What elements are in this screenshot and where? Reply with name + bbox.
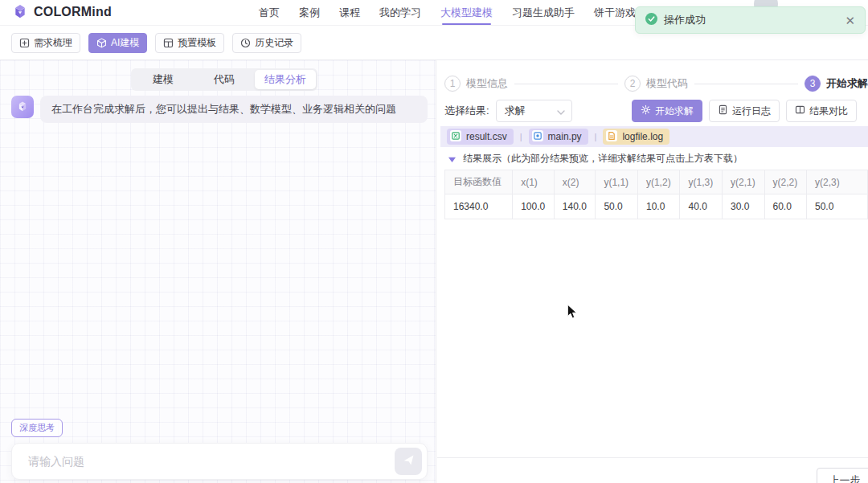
question-input[interactable]: [28, 455, 395, 468]
file-chip-label: main.py: [548, 131, 582, 142]
question-input-bar: [11, 443, 428, 480]
result-note: 结果展示（此为部分结果预览，详细求解结果可点击上方表下载）: [463, 152, 743, 166]
result-note-row: 结果展示（此为部分结果预览，详细求解结果可点击上方表下载）: [448, 151, 743, 166]
table-header-cell: y(2,3): [807, 170, 868, 194]
nav-item-my-learning[interactable]: 我的学习: [379, 0, 421, 26]
step-model-code: 2模型代码: [624, 76, 688, 92]
brand-name: COLORMind: [34, 5, 112, 19]
table-cell: 100.0: [513, 194, 555, 219]
brand-logo[interactable]: COLORMind: [11, 3, 112, 21]
toast-message: 操作成功: [664, 13, 838, 27]
workspace-panel: 1模型信息2模型代码3开始求解 选择结果: 求解 开始求解运行日志结果对比 re…: [437, 60, 868, 483]
start-solve-button[interactable]: 开始求解: [632, 100, 702, 122]
chat-tabs: 建模代码结果分析: [131, 68, 317, 91]
result-table: 目标函数值x(1)x(2)y(1,1)y(1,2)y(1,3)y(2,1)y(2…: [444, 170, 868, 219]
log-icon: [718, 104, 728, 117]
csv-file-icon: [450, 130, 461, 144]
toolbar-button-label: 需求梳理: [34, 36, 72, 50]
py-file-icon: [532, 130, 543, 144]
table-header-cell: x(2): [554, 170, 596, 194]
nav-item-cookie-game[interactable]: 饼干游戏: [594, 0, 636, 26]
result-table-wrap: 目标函数值x(1)x(2)y(1,1)y(1,2)y(1,3)y(2,1)y(2…: [444, 170, 868, 219]
toolbar-button-label: 历史记录: [255, 36, 293, 50]
table-header-cell: y(2,2): [764, 170, 807, 194]
file-chip-logfile-log[interactable]: logfile.log: [603, 129, 669, 145]
compare-icon: [795, 104, 805, 117]
tab-code[interactable]: 代码: [194, 70, 255, 89]
result-select-label: 选择结果:: [444, 104, 489, 118]
nav-item-home[interactable]: 首页: [259, 0, 280, 26]
toolbar-button-requirement-sorting[interactable]: 需求梳理: [11, 33, 80, 53]
prev-step-button[interactable]: 上一步: [817, 468, 868, 483]
action-button-label: 结果对比: [809, 104, 848, 118]
result-select-value: 求解: [505, 104, 557, 118]
table-header-row: 目标函数值x(1)x(2)y(1,1)y(1,2)y(1,3)y(2,1)y(2…: [445, 170, 868, 194]
step-number: 1: [444, 76, 461, 92]
step-model-info: 1模型信息: [444, 76, 508, 92]
colormind-logo-icon: [11, 3, 29, 21]
tab-modeling[interactable]: 建模: [133, 70, 194, 89]
assistant-message: 在工作台完成求解后，您可以提出与结果、数学模型、业务逻辑相关的问题: [40, 96, 428, 123]
cube-icon: [96, 38, 107, 48]
file-chip-result-csv[interactable]: result.csv: [447, 129, 514, 145]
table-cell: 40.0: [680, 194, 723, 219]
workspace-footer: 上一步: [437, 457, 868, 458]
chip-separator: |: [520, 132, 522, 141]
toolbar-button-label: 预置模板: [178, 36, 216, 50]
deep-think-toggle[interactable]: 深度思考: [11, 419, 63, 437]
template-icon: [163, 38, 174, 48]
caret-down-icon[interactable]: [448, 151, 456, 166]
action-button-label: 开始求解: [655, 104, 694, 118]
table-cell: 30.0: [722, 194, 764, 219]
table-cell: 60.0: [764, 194, 807, 219]
toolbar-button-history[interactable]: 历史记录: [232, 33, 301, 53]
tab-result-analysis[interactable]: 结果分析: [255, 70, 316, 89]
table-cell: 50.0: [807, 194, 868, 219]
table-cell: 10.0: [637, 194, 680, 219]
nav-item-cases[interactable]: 案例: [299, 0, 320, 26]
action-button-label: 运行日志: [732, 104, 771, 118]
toolbar-button-ai-modeling[interactable]: AI建模: [88, 33, 147, 53]
result-select[interactable]: 求解: [496, 100, 572, 122]
run-log-button[interactable]: 运行日志: [709, 100, 780, 122]
clock-icon: [240, 38, 251, 48]
step-label: 模型信息: [466, 76, 508, 91]
table-cell: 50.0: [596, 194, 638, 219]
send-icon: [403, 454, 415, 469]
step-start-solving: 3开始求解: [805, 76, 868, 92]
solver-icon: [641, 104, 651, 117]
nav-menu: 首页案例课程我的学习大模型建模习题生成助手饼干游戏: [259, 0, 636, 26]
send-button[interactable]: [395, 448, 422, 475]
file-chip-label: logfile.log: [622, 131, 663, 142]
assistant-avatar: [11, 96, 34, 118]
log-file-icon: [606, 130, 617, 144]
mode-toolbar-buttons: 需求梳理AI建模预置模板历史记录: [11, 33, 301, 53]
step-label: 模型代码: [646, 76, 688, 91]
chevron-down-icon: [557, 104, 565, 118]
solve-controls: 选择结果: 求解 开始求解运行日志结果对比: [444, 100, 857, 122]
file-chip-label: result.csv: [466, 131, 507, 142]
result-compare-button[interactable]: 结果对比: [786, 100, 857, 122]
action-buttons: 开始求解运行日志结果对比: [632, 100, 857, 122]
step-number: 3: [805, 76, 821, 92]
nav-item-exercise-assistant[interactable]: 习题生成助手: [512, 0, 575, 26]
table-cell: 140.0: [554, 194, 596, 219]
nav-item-courses[interactable]: 课程: [339, 0, 360, 26]
table-header-cell: x(1): [513, 170, 555, 194]
chip-separator: |: [595, 132, 597, 141]
step-number: 2: [624, 76, 641, 92]
close-icon[interactable]: ✕: [845, 14, 855, 27]
step-connector: [694, 84, 798, 84]
app-window: COLORMind 首页案例课程我的学习大模型建模习题生成助手饼干游戏 操作成功…: [0, 0, 868, 483]
table-header-cell: y(1,3): [680, 170, 723, 194]
toolbar-button-label: AI建模: [111, 36, 139, 50]
result-select-group: 选择结果: 求解: [444, 100, 572, 122]
table-row: 16340.0100.0140.050.010.040.030.060.050.…: [445, 194, 868, 219]
toolbar-button-preset-templates[interactable]: 预置模板: [155, 33, 224, 53]
file-chip-main-py[interactable]: main.py: [529, 129, 588, 145]
chat-panel: 建模代码结果分析 在工作台完成求解后，您可以提出与结果、数学模型、业务逻辑相关的…: [0, 60, 436, 483]
table-cell: 16340.0: [445, 194, 513, 219]
check-icon: [645, 13, 657, 28]
result-file-strip: result.csv|main.py|logfile.log: [440, 126, 868, 147]
nav-item-llm-modeling[interactable]: 大模型建模: [440, 0, 493, 26]
